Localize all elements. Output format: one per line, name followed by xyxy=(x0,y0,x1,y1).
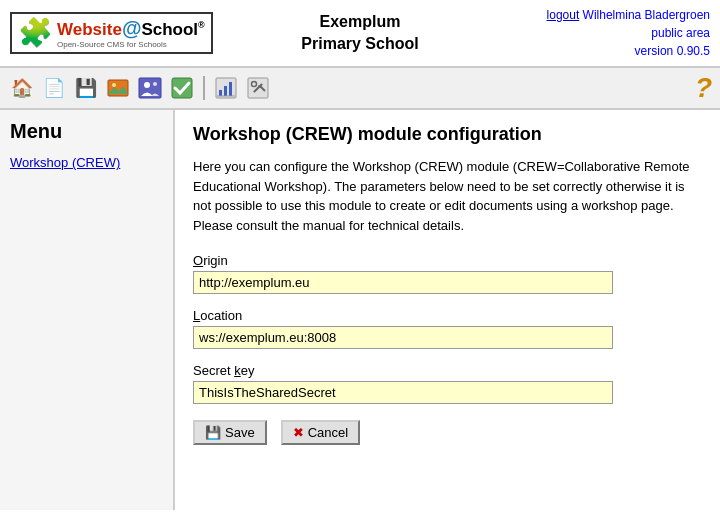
image-icon[interactable] xyxy=(104,74,132,102)
sidebar: Menu Workshop (CREW) xyxy=(0,110,175,510)
origin-field-group: Origin xyxy=(193,253,702,294)
secret-key-input[interactable] xyxy=(193,381,613,404)
site-title-block: Exemplum Primary School xyxy=(210,11,510,56)
logo-tagline: Open-Source CMS for Schools xyxy=(57,40,205,49)
logo-school-word: School xyxy=(141,20,198,39)
user-area: public area xyxy=(651,26,710,40)
cancel-button[interactable]: ✖ Cancel xyxy=(281,420,360,445)
save-label: Save xyxy=(225,425,255,440)
logo-box: 🧩 Website@School® Open-Source CMS for Sc… xyxy=(10,12,213,54)
main-layout: Menu Workshop (CREW) Workshop (CREW) mod… xyxy=(0,110,720,510)
secret-key-field-group: Secret key xyxy=(193,363,702,404)
svg-rect-10 xyxy=(229,82,232,96)
svg-rect-8 xyxy=(219,90,222,96)
toolbar: 🏠 📄 💾 xyxy=(0,68,720,110)
content-title: Workshop (CREW) module configuration xyxy=(193,124,702,145)
origin-label: Origin xyxy=(193,253,702,268)
secret-key-underline-char: k xyxy=(234,363,241,378)
logo-website: Website xyxy=(57,20,122,39)
workshop-crew-link[interactable]: Workshop (CREW) xyxy=(10,155,120,170)
svg-point-1 xyxy=(112,83,116,87)
save-icon[interactable]: 💾 xyxy=(72,74,100,102)
save-button[interactable]: 💾 Save xyxy=(193,420,267,445)
logo-puzzle-icon: 🧩 xyxy=(18,19,53,47)
version-label: version 0.90.5 xyxy=(635,44,710,58)
content-area: Workshop (CREW) module configuration Her… xyxy=(175,110,720,510)
site-subtitle: Primary School xyxy=(210,33,510,55)
check-icon[interactable] xyxy=(168,74,196,102)
origin-underline-char: O xyxy=(193,253,203,268)
user-info: logout Wilhelmina Bladergroen public are… xyxy=(510,6,710,60)
origin-input[interactable] xyxy=(193,271,613,294)
logo-at-sign: @ xyxy=(122,17,142,39)
svg-point-5 xyxy=(153,82,157,86)
logo-area: 🧩 Website@School® Open-Source CMS for Sc… xyxy=(10,12,210,54)
header: 🧩 Website@School® Open-Source CMS for Sc… xyxy=(0,0,720,68)
cancel-icon-btn: ✖ xyxy=(293,425,304,440)
location-underline-char: L xyxy=(193,308,200,323)
settings-icon[interactable] xyxy=(244,74,272,102)
site-name: Exemplum xyxy=(210,11,510,33)
chart-icon[interactable] xyxy=(212,74,240,102)
button-row: 💾 Save ✖ Cancel xyxy=(193,420,702,445)
sidebar-title: Menu xyxy=(10,120,163,143)
location-field-group: Location xyxy=(193,308,702,349)
logo-text-block: Website@School® Open-Source CMS for Scho… xyxy=(57,17,205,49)
help-icon[interactable]: ? xyxy=(695,72,712,104)
user-name: Wilhelmina Bladergroen xyxy=(583,8,710,22)
svg-point-4 xyxy=(144,82,150,88)
logo-registered-mark: ® xyxy=(198,21,205,31)
location-label: Location xyxy=(193,308,702,323)
content-description: Here you can configure the Workshop (CRE… xyxy=(193,157,702,235)
toolbar-separator xyxy=(203,76,205,100)
svg-rect-9 xyxy=(224,86,227,96)
users-icon[interactable] xyxy=(136,74,164,102)
page-icon[interactable]: 📄 xyxy=(40,74,68,102)
secret-key-label: Secret key xyxy=(193,363,702,378)
home-icon[interactable]: 🏠 xyxy=(8,74,36,102)
logout-link[interactable]: logout xyxy=(547,8,580,22)
save-icon-btn: 💾 xyxy=(205,425,221,440)
cancel-label: Cancel xyxy=(308,425,348,440)
logo-main-text: Website@School® xyxy=(57,17,205,40)
location-input[interactable] xyxy=(193,326,613,349)
